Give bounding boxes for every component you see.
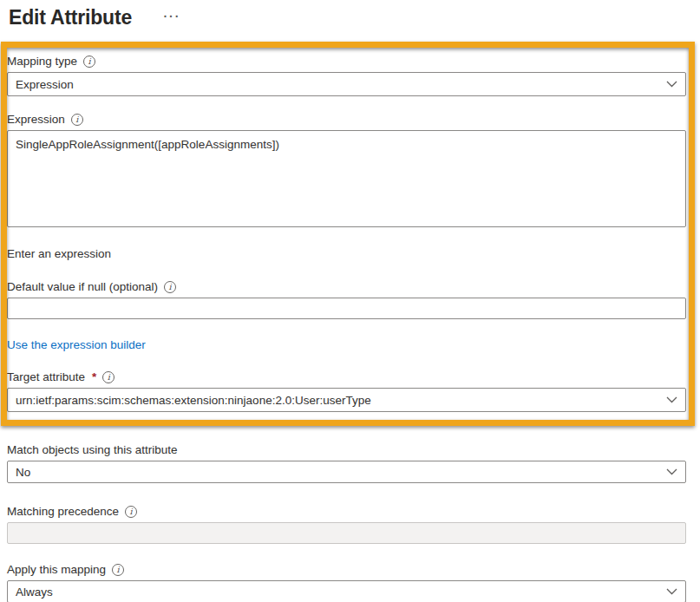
target-attribute-select[interactable]: urn:ietf:params:scim:schemas:extension:n… (7, 388, 686, 412)
default-value-label-row: Default value if null (optional) i (7, 280, 686, 293)
chevron-down-icon (666, 468, 677, 475)
chevron-down-icon (666, 396, 677, 403)
expression-builder-link[interactable]: Use the expression builder (7, 338, 146, 351)
default-value-input[interactable] (7, 298, 686, 319)
expression-helper-text: Enter an expression (7, 247, 686, 260)
field-default-value: Default value if null (optional) i (7, 280, 686, 319)
info-icon[interactable]: i (164, 281, 176, 293)
expression-label-row: Expression i (7, 113, 686, 126)
info-icon[interactable]: i (112, 564, 124, 576)
field-apply-mapping: Apply this mapping i Always (7, 563, 686, 602)
mapping-type-label: Mapping type (7, 55, 77, 68)
required-asterisk: * (92, 370, 96, 383)
match-objects-label-row: Match objects using this attribute (7, 443, 686, 456)
match-objects-label: Match objects using this attribute (7, 443, 178, 456)
target-attribute-label: Target attribute (7, 370, 85, 383)
field-target-attribute: Target attribute * i urn:ietf:params:sci… (7, 370, 686, 412)
apply-mapping-value: Always (16, 586, 53, 599)
field-expression: Expression i SingleAppRoleAssignment([ap… (7, 113, 686, 260)
chevron-down-icon (666, 81, 677, 88)
info-icon[interactable]: i (102, 371, 114, 383)
field-mapping-type: Mapping type i Expression (7, 55, 686, 96)
target-attribute-label-row: Target attribute * i (7, 370, 686, 383)
expression-textarea[interactable]: SingleAppRoleAssignment([appRoleAssignme… (7, 130, 686, 227)
match-objects-select[interactable]: No (7, 461, 686, 483)
matching-precedence-input (7, 522, 686, 544)
matching-precedence-label-row: Matching precedence i (7, 505, 686, 518)
page-title: Edit Attribute (9, 6, 132, 29)
mapping-type-label-row: Mapping type i (7, 55, 686, 68)
info-icon[interactable]: i (125, 506, 137, 518)
chevron-down-icon (666, 588, 677, 595)
edit-attribute-form: Mapping type i Expression Expression i S… (0, 55, 700, 602)
info-icon[interactable]: i (71, 114, 83, 126)
field-matching-precedence: Matching precedence i (7, 505, 686, 544)
apply-mapping-select[interactable]: Always (7, 580, 686, 602)
apply-mapping-label: Apply this mapping (7, 563, 106, 576)
expression-label: Expression (7, 113, 65, 126)
match-objects-value: No (16, 466, 30, 479)
default-value-label: Default value if null (optional) (7, 280, 158, 293)
apply-mapping-label-row: Apply this mapping i (7, 563, 686, 576)
field-match-objects: Match objects using this attribute No (7, 443, 686, 483)
info-icon[interactable]: i (83, 56, 95, 68)
mapping-type-select[interactable]: Expression (7, 72, 686, 96)
ellipsis-menu-icon[interactable]: ··· (163, 10, 180, 23)
target-attribute-value: urn:ietf:params:scim:schemas:extension:n… (16, 394, 371, 407)
matching-precedence-label: Matching precedence (7, 505, 119, 518)
panel-header: Edit Attribute ··· (0, 0, 700, 42)
mapping-type-value: Expression (16, 78, 74, 91)
